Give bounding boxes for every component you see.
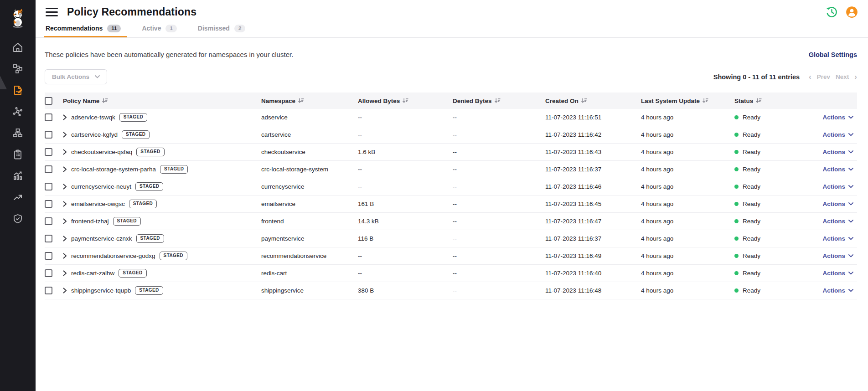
actions-dropdown[interactable]: Actions bbox=[822, 252, 853, 259]
actions-dropdown[interactable]: Actions bbox=[822, 149, 853, 155]
status-text: Ready bbox=[743, 235, 760, 242]
row-checkbox[interactable] bbox=[45, 287, 52, 294]
home-icon[interactable] bbox=[12, 41, 24, 53]
row-checkbox[interactable] bbox=[45, 217, 52, 225]
row-checkbox[interactable] bbox=[45, 183, 52, 190]
denied-bytes-value: -- bbox=[453, 235, 545, 242]
actions-dropdown[interactable]: Actions bbox=[822, 114, 853, 121]
last-system-update-value: 4 hours ago bbox=[641, 131, 734, 138]
actions-dropdown[interactable]: Actions bbox=[822, 183, 853, 190]
actions-dropdown[interactable]: Actions bbox=[822, 287, 853, 294]
staged-badge: STAGED bbox=[160, 252, 187, 260]
staged-badge: STAGED bbox=[113, 217, 141, 226]
allowed-bytes-value: -- bbox=[358, 270, 453, 277]
created-on-value: 11-07-2023 11:16:46 bbox=[545, 183, 641, 190]
row-checkbox[interactable] bbox=[45, 235, 52, 242]
namespace-value: checkoutservice bbox=[261, 149, 358, 155]
network-graph-icon[interactable] bbox=[12, 106, 24, 118]
actions-label: Actions bbox=[822, 131, 845, 138]
row-checkbox[interactable] bbox=[45, 200, 52, 208]
staged-badge: STAGED bbox=[160, 165, 188, 174]
expand-chevron-icon[interactable] bbox=[63, 218, 67, 224]
chevron-down-icon bbox=[848, 133, 853, 136]
expand-chevron-icon[interactable] bbox=[63, 270, 67, 276]
tab-bar: Recommendations 11 Active 1 Dismissed 2 bbox=[36, 24, 868, 38]
column-header-allowed-bytes[interactable]: Allowed Bytes bbox=[358, 98, 408, 104]
actions-dropdown[interactable]: Actions bbox=[822, 218, 853, 225]
sort-icon[interactable] bbox=[102, 98, 108, 103]
sort-icon[interactable] bbox=[756, 98, 762, 103]
allowed-bytes-value: -- bbox=[358, 166, 453, 173]
status-text: Ready bbox=[743, 201, 760, 207]
tab-active[interactable]: Active 1 bbox=[142, 24, 176, 37]
expand-chevron-icon[interactable] bbox=[63, 149, 67, 155]
row-checkbox[interactable] bbox=[45, 131, 52, 139]
avatar-icon[interactable] bbox=[845, 5, 858, 18]
prev-button[interactable]: Prev bbox=[817, 73, 830, 80]
status-text: Ready bbox=[743, 131, 760, 138]
topology-icon[interactable] bbox=[12, 63, 24, 75]
actions-label: Actions bbox=[822, 114, 845, 121]
column-header-denied-bytes[interactable]: Denied Bytes bbox=[453, 98, 501, 104]
expand-chevron-icon[interactable] bbox=[63, 236, 67, 242]
staged-badge: STAGED bbox=[135, 182, 163, 191]
bulk-actions-button[interactable]: Bulk Actions bbox=[45, 69, 107, 84]
column-header-created-on[interactable]: Created On bbox=[545, 98, 587, 104]
row-checkbox[interactable] bbox=[45, 252, 52, 260]
shield-check-icon[interactable] bbox=[12, 213, 24, 225]
sitemap-icon[interactable] bbox=[12, 127, 24, 139]
expand-chevron-icon[interactable] bbox=[63, 114, 67, 120]
clipboard-icon[interactable] bbox=[12, 149, 24, 160]
sort-icon[interactable] bbox=[703, 98, 708, 103]
allowed-bytes-value: -- bbox=[358, 252, 453, 259]
expand-chevron-icon[interactable] bbox=[63, 166, 67, 172]
actions-dropdown[interactable]: Actions bbox=[822, 235, 853, 242]
row-checkbox[interactable] bbox=[45, 113, 52, 121]
trend-icon[interactable] bbox=[12, 191, 24, 203]
column-header-namespace[interactable]: Namespace bbox=[261, 98, 304, 104]
column-header-last-system-update[interactable]: Last System Update bbox=[641, 98, 708, 104]
select-all-checkbox[interactable] bbox=[45, 97, 52, 105]
actions-dropdown[interactable]: Actions bbox=[822, 131, 853, 138]
row-checkbox[interactable] bbox=[45, 269, 52, 277]
policy-edit-icon[interactable] bbox=[12, 84, 24, 96]
sort-icon[interactable] bbox=[403, 98, 408, 103]
expand-chevron-icon[interactable] bbox=[63, 201, 67, 207]
denied-bytes-value: -- bbox=[453, 287, 545, 294]
actions-dropdown[interactable]: Actions bbox=[822, 166, 853, 173]
tab-recommendations[interactable]: Recommendations 11 bbox=[46, 24, 121, 37]
staged-badge: STAGED bbox=[136, 234, 164, 243]
next-chevron-icon[interactable]: › bbox=[854, 73, 857, 81]
hamburger-menu-icon[interactable] bbox=[46, 8, 58, 16]
sort-icon[interactable] bbox=[495, 98, 501, 103]
policy-name: frontend-tzhaj bbox=[71, 218, 109, 225]
row-checkbox[interactable] bbox=[45, 148, 52, 156]
prev-chevron-icon[interactable]: ‹ bbox=[809, 73, 811, 81]
actions-dropdown[interactable]: Actions bbox=[822, 201, 853, 207]
history-icon[interactable] bbox=[825, 5, 838, 18]
policy-name: currencyservice-neuyt bbox=[71, 183, 131, 190]
staged-badge: STAGED bbox=[129, 200, 157, 208]
expand-chevron-icon[interactable] bbox=[63, 253, 67, 259]
tab-dismissed[interactable]: Dismissed 2 bbox=[198, 24, 245, 37]
sort-icon[interactable] bbox=[581, 98, 587, 103]
expand-chevron-icon[interactable] bbox=[63, 132, 67, 138]
global-settings-link[interactable]: Global Settings bbox=[809, 51, 857, 58]
column-header-policy-name[interactable]: Policy Name bbox=[63, 98, 108, 104]
expand-chevron-icon[interactable] bbox=[63, 184, 67, 190]
policy-name: checkoutservice-qsfaq bbox=[71, 149, 132, 155]
analytics-icon[interactable] bbox=[12, 170, 24, 182]
staged-badge: STAGED bbox=[119, 269, 146, 278]
namespace-value: redis-cart bbox=[261, 270, 358, 277]
sort-icon[interactable] bbox=[298, 98, 304, 103]
row-checkbox[interactable] bbox=[45, 165, 52, 173]
denied-bytes-value: -- bbox=[453, 252, 545, 259]
expand-chevron-icon[interactable] bbox=[63, 288, 67, 293]
status-text: Ready bbox=[743, 287, 760, 294]
cat-mascot-logo[interactable] bbox=[0, 0, 36, 36]
column-header-status[interactable]: Status bbox=[734, 98, 762, 104]
allowed-bytes-value: 1.6 kB bbox=[358, 149, 453, 155]
next-button[interactable]: Next bbox=[836, 73, 849, 80]
actions-dropdown[interactable]: Actions bbox=[822, 270, 853, 277]
status-text: Ready bbox=[743, 166, 760, 173]
